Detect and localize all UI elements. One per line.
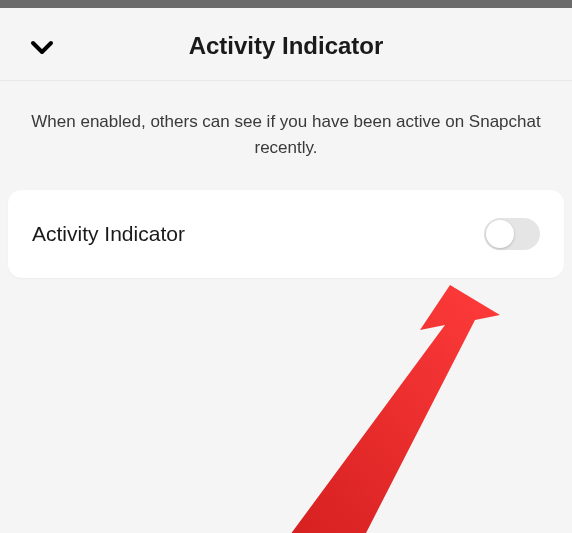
chevron-down-icon [30, 39, 54, 57]
back-button[interactable] [30, 36, 54, 60]
page-title: Activity Indicator [20, 32, 552, 60]
page-header: Activity Indicator [0, 8, 572, 81]
svg-marker-0 [290, 285, 500, 533]
activity-indicator-toggle[interactable] [484, 218, 540, 250]
setting-description: When enabled, others can see if you have… [0, 81, 572, 190]
annotation-arrow-icon [250, 260, 530, 533]
setting-row: Activity Indicator [8, 190, 564, 278]
setting-label: Activity Indicator [32, 222, 185, 246]
top-accent-bar [0, 0, 572, 8]
toggle-knob [486, 220, 514, 248]
